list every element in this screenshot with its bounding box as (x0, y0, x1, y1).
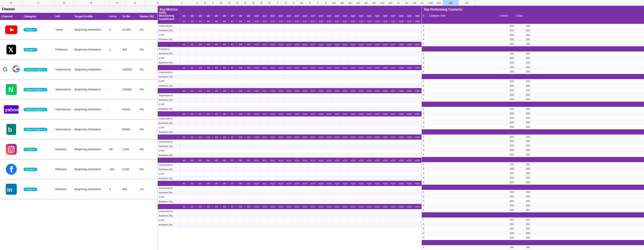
tc-row-0-3: 4200200 (422, 37, 644, 42)
metrics-cell-1-1-4-2 (188, 51, 196, 56)
metrics-cell-8-3-4-25 (373, 223, 381, 227)
section-date-3-4-15: 4/15 (293, 89, 301, 92)
metrics-cell-1-1-4-30 (413, 51, 421, 56)
tc-num-1-1: 2 (422, 56, 428, 60)
metrics-cell-6-1-4-28 (397, 167, 405, 171)
metrics-cell-4-1-4-29 (405, 121, 413, 125)
col-e-header: E (74, 0, 109, 5)
metrics-cell-8-1-4-10 (253, 214, 261, 218)
metrics-cell-8-3-4-6 (221, 223, 229, 227)
metrics-cell-4-0-4-19 (325, 116, 333, 121)
metrics-cell-3-1-4-25 (373, 98, 381, 102)
metrics-cell-8-3-4-13 (277, 223, 285, 227)
metrics-cell-4-2-4-4 (204, 125, 213, 130)
yahoo-category-cell: Search Engine ▼ (22, 107, 54, 112)
metrics-cell-6-2-4-14 (285, 172, 293, 176)
section-date-6-4-9: 4/9 (245, 159, 253, 162)
youtube-logo-cell (0, 20, 22, 40)
metrics-cell-5-2-4-14 (285, 149, 293, 153)
metrics-cell-8-1-4-20 (333, 214, 341, 218)
facebook-category-badge[interactable]: Social ▼ (24, 168, 37, 171)
section-date-0-4-12: 4/12 (269, 20, 277, 23)
metrics-cell-3-0-4-21 (341, 93, 349, 97)
section-date-6-4-2: 4/2 (188, 159, 196, 162)
metrics-cell-8-2-4-19 (325, 218, 333, 222)
tc-views-5-2: 200 (499, 171, 515, 175)
naver-category-badge[interactable]: Search Engine ▼ (24, 88, 47, 91)
tc-row-2-2: 3200200 (422, 88, 644, 93)
instagram-category-badge[interactable]: Social ▼ (24, 148, 37, 151)
metrics-cell-4-0-4-10 (253, 116, 261, 121)
tc-num-0-2: 3 (422, 33, 428, 37)
metrics-cell-3-1-4-21 (341, 98, 349, 102)
metrics-cell-0-3-4-1 (180, 37, 188, 42)
metrics-cell-2-3-4-11 (261, 84, 269, 88)
tc-title-5-1 (428, 169, 499, 169)
tc-likes-3-0: 200 (515, 107, 531, 111)
yahoo-category-badge[interactable]: Search Engine ▼ (24, 108, 47, 111)
metrics-row-6-0: Impressions (158, 163, 421, 167)
metrics-cell-2-0-4-26 (381, 70, 389, 74)
metrics-cell-0-3-4-9 (245, 37, 253, 42)
tc-title-3-4 (428, 127, 499, 127)
metrics-cell-0-2-4-25 (373, 33, 381, 37)
date-header-4-6: 4/6 (221, 14, 229, 17)
tc-likes-4-3: 200 (515, 148, 531, 152)
metrics-cell-7-3-4-1 (180, 199, 188, 204)
metrics-cell-0-1-4-14 (285, 28, 293, 32)
section-date-4-4-23: 4/23 (357, 113, 365, 116)
metrics-label-3-0: Impressions (158, 94, 180, 97)
section-date-2-4-24: 4/24 (365, 66, 373, 69)
section-date-7-4-25: 4/25 (373, 182, 381, 185)
metrics-cell-3-3-4-10 (253, 107, 261, 111)
metrics-cell-5-2-4-26 (381, 149, 389, 153)
metrics-cell-6-1-4-24 (365, 167, 373, 171)
metrics-cell-0-3-4-17 (309, 37, 317, 42)
linkedin-category-badge[interactable]: Social ▼ (24, 188, 37, 191)
metrics-cell-3-3-4-12 (269, 107, 277, 111)
metrics-cell-7-3-4-30 (413, 199, 421, 204)
metrics-cell-1-1-4-23 (357, 51, 365, 56)
metrics-cell-0-2-4-15 (293, 33, 301, 37)
bing-category-badge[interactable]: Search Engine ▼ (24, 128, 47, 131)
col-al-header: AL (419, 0, 427, 5)
metrics-cell-0-1-4-3 (196, 28, 204, 32)
section-date-2-4-22: 4/22 (349, 66, 357, 69)
metrics-cell-8-2-4-27 (389, 218, 397, 222)
metrics-cell-1-1-4-21 (341, 51, 349, 56)
metrics-cell-5-1-4-13 (277, 144, 285, 148)
section-date-0-4-1: 4/1 (180, 20, 188, 23)
section-date-1-4-19: 4/19 (325, 43, 333, 46)
metrics-cell-7-0-4-15 (293, 186, 301, 190)
metrics-cell-2-2-4-4 (204, 79, 213, 83)
metrics-cell-3-2-4-8 (237, 102, 245, 106)
metrics-cell-5-0-4-7 (229, 140, 237, 144)
section-date-4-4-8: 4/8 (237, 113, 245, 116)
section-date-6-4-7: 4/7 (229, 159, 237, 162)
section-date-5-4-20: 4/20 (333, 136, 341, 139)
google-category-badge[interactable]: Search Engine ▼ (24, 68, 47, 71)
metrics-cell-4-0-4-16 (301, 116, 309, 121)
channel-row-naver: N Search Engine ▼ Impressions Beginning … (0, 80, 157, 100)
tc-num-5-1: 2 (422, 167, 428, 171)
metrics-label-6-2: CVR (158, 172, 180, 176)
metrics-cell-6-0-4-10 (253, 163, 261, 167)
bing-kpi: Impressions (54, 127, 73, 132)
metrics-cell-8-0-4-18 (317, 209, 325, 213)
section-date-3-4-26: 4/26 (381, 89, 389, 92)
naver-kpi: Impressions (54, 87, 73, 92)
top-performing-label: Top Performing Contents (424, 8, 462, 11)
metrics-cell-8-3-4-21 (341, 223, 349, 227)
yahoo-badge-arrow: ▼ (43, 108, 45, 111)
x-category-badge[interactable]: Social ▼ (24, 48, 37, 51)
metrics-cell-8-2-4-10 (253, 218, 261, 222)
metrics-cell-1-2-4-1 (180, 56, 188, 60)
tc-row-5-0: 1200200 (422, 162, 644, 167)
section-date-2-4-25: 4/25 (373, 66, 381, 69)
tc-title-1-4 (428, 71, 499, 72)
youtube-category-badge[interactable]: Social ▼ (24, 28, 37, 32)
metrics-cell-0-2-4-21 (341, 33, 349, 37)
col-z-header: Z (322, 0, 330, 5)
metrics-cell-5-2-4-6 (221, 149, 229, 153)
metrics-cell-7-3-4-11 (261, 199, 269, 204)
